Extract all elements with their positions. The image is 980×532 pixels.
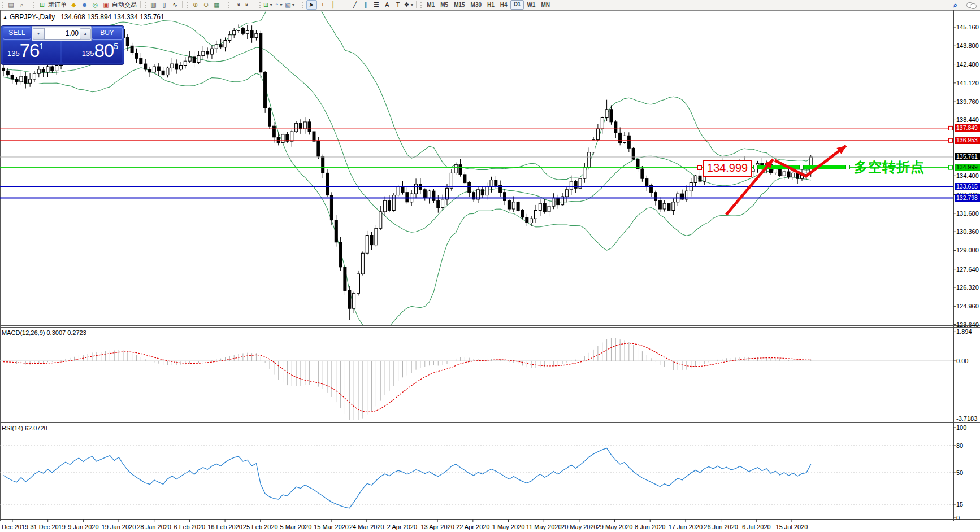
date-tick-label: 2 Dec 2019 (0, 524, 28, 530)
new-order-icon-label[interactable]: 新订单 (48, 1, 67, 9)
line-chart-icon[interactable]: ∿ (170, 1, 180, 9)
date-tick-label: 25 Feb 2020 (243, 524, 278, 530)
date-tick-label: 6 Feb 2020 (174, 524, 206, 530)
autotrading-icon[interactable]: ▣ (101, 1, 111, 9)
bar-chart-icon[interactable]: ▥ (149, 1, 158, 9)
vertical-line-icon[interactable]: │ (329, 1, 339, 9)
rsi-tick-label: 15 (956, 501, 963, 508)
price-tick-label: 124.960 (956, 303, 979, 309)
autotrading-icon-label[interactable]: 自动交易 (112, 1, 137, 9)
price-tick-label: 123.640 (956, 321, 979, 328)
price-tick-label: 127.640 (956, 266, 979, 273)
date-tick-label: 20 May 2020 (561, 524, 597, 530)
toolbar-grip (420, 2, 422, 8)
price-tick-label: 139.760 (956, 98, 979, 105)
date-tick-label: 16 Feb 2020 (207, 524, 242, 530)
toolbar-separator (255, 1, 255, 8)
date-tick-label: 15 Mar 2020 (314, 524, 349, 530)
toolbar-separator (224, 1, 224, 8)
buy-price-big: 80 (94, 40, 114, 61)
date-tick-label: 1 May 2020 (492, 524, 524, 530)
sell-price-display[interactable]: 135761 (3, 41, 60, 63)
channel-icon[interactable]: ∥ (361, 1, 371, 9)
date-tick-label: 11 May 2020 (526, 524, 562, 530)
macd-indicator-label: MACD(12,26,9) 0.3007 0.2723 (2, 329, 86, 336)
tile-windows-icon[interactable]: ▦ (212, 1, 222, 9)
price-tick-label: 141.120 (956, 80, 979, 86)
auto-scroll-icon[interactable]: ⇥ (232, 1, 242, 9)
text-label-icon[interactable]: T (393, 1, 403, 9)
price-tick-label: 134.400 (956, 172, 979, 179)
crosshair-icon[interactable]: + (318, 1, 328, 9)
volume-increase-button[interactable]: ▲ (80, 28, 91, 40)
buy-price-pip: 5 (114, 42, 118, 51)
timeframe-d1-button[interactable]: D1 (510, 0, 524, 10)
zoom-out-icon[interactable]: ⊖ (201, 1, 211, 9)
timeframe-m1-button[interactable]: M1 (424, 1, 437, 9)
candlestick-chart-icon[interactable]: ▯ (159, 1, 169, 9)
market-watch-icon[interactable]: ◆ (69, 1, 79, 9)
cursor-icon[interactable]: ➤ (306, 0, 317, 10)
rsi-indicator-label: RSI(14) 62.0720 (2, 425, 47, 431)
periods-icon[interactable]: ◔▼ (274, 1, 284, 9)
volume-decrease-button[interactable]: ▼ (33, 28, 44, 40)
indicators-icon[interactable]: ⊞▼ (263, 1, 273, 9)
price-tick-label: 145.160 (956, 24, 979, 30)
chart-canvas[interactable] (0, 0, 980, 532)
data-window-icon[interactable]: ☻ (80, 1, 89, 9)
timeframe-w1-button[interactable]: W1 (524, 1, 538, 9)
date-tick-label: 24 Mar 2020 (349, 524, 384, 530)
chevron-down-icon: ▼ (269, 1, 273, 9)
timeframe-mn-button[interactable]: MN (538, 1, 553, 9)
date-tick-label: 13 Apr 2020 (420, 524, 454, 530)
buy-price-handle: 135 (82, 49, 94, 58)
price-tick-label: 129.000 (956, 247, 979, 254)
chart-shift-icon[interactable]: ⇤ (243, 1, 253, 9)
price-line-badge: 135.761 (955, 153, 980, 160)
chat-icon[interactable] (966, 2, 977, 8)
toolbar-separator (29, 1, 29, 8)
timeframe-m15-button[interactable]: M15 (451, 1, 467, 9)
symbol-period: GBPJPY-,Daily (10, 13, 55, 21)
date-tick-label: 9 Jan 2020 (68, 524, 98, 530)
date-tick-label: 17 Jun 2020 (669, 524, 703, 530)
navigator-icon[interactable]: ◎ (90, 1, 100, 9)
price-tick-label: 130.360 (956, 228, 979, 235)
toolbar-separator (140, 1, 141, 8)
annotation-text[interactable]: 多空转折点 (854, 158, 925, 176)
sell-price-pip: 1 (39, 42, 44, 51)
date-tick-label: 6 Jul 2020 (742, 524, 771, 530)
arrows-icon[interactable]: ❖▼ (404, 1, 414, 9)
template-icon[interactable]: ▧▼ (285, 1, 295, 9)
rsi-tick-label: 50 (956, 469, 963, 476)
buy-price-display[interactable]: 135805 (62, 41, 122, 63)
profile-magnifier-icon[interactable]: ⌕ (17, 1, 27, 9)
buy-button[interactable]: BUY (92, 27, 123, 40)
price-line-badge: 134.999 (955, 164, 980, 171)
new-order-icon[interactable]: ⊞ (37, 1, 47, 9)
date-tick-label: 22 Apr 2020 (456, 524, 489, 530)
horizontal-line-icon[interactable]: ─ (340, 1, 349, 9)
trendline-icon[interactable]: ╱ (350, 1, 360, 9)
volume-box: ▼ 1.00 ▲ (32, 26, 92, 41)
timeframe-m30-button[interactable]: M30 (468, 1, 484, 9)
price-callout-box[interactable]: 134.999 (703, 160, 752, 177)
toolbar-grip (2, 2, 3, 8)
zoom-in-icon[interactable]: ⊕ (190, 1, 200, 9)
date-tick-label: 26 Jun 2020 (704, 524, 738, 530)
charts-list-icon[interactable]: ▤ (6, 1, 16, 9)
sell-price-handle: 135 (7, 49, 20, 58)
timeframe-h4-button[interactable]: H4 (497, 1, 510, 9)
rsi-tick-label: 80 (956, 442, 963, 449)
toolbar-grip (259, 2, 261, 8)
timeframe-m5-button[interactable]: M5 (437, 1, 451, 9)
sell-button[interactable]: SELL (3, 27, 31, 40)
timeframe-h1-button[interactable]: H1 (484, 1, 497, 9)
price-line-badge: 133.615 (955, 183, 980, 190)
toolbar-separator (416, 1, 417, 8)
date-tick-label: 2 Apr 2020 (387, 524, 417, 530)
search-icon[interactable]: ⌕ (951, 1, 960, 9)
fibonacci-icon[interactable]: ☰ (372, 1, 381, 9)
volume-input[interactable]: 1.00 (44, 28, 81, 40)
text-icon[interactable]: A (383, 1, 392, 9)
